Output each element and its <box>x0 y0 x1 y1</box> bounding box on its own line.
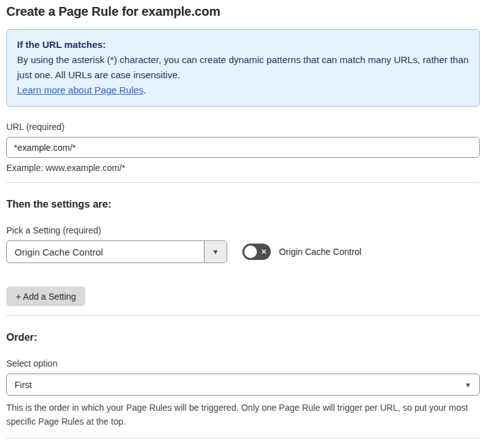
caret-down-icon: ▼ <box>465 381 471 389</box>
toggle-knob <box>244 245 257 258</box>
setting-picker-dropdown[interactable]: Origin Cache Control ▼ <box>6 240 227 263</box>
info-callout-link-line: Learn more about Page Rules. <box>17 83 469 98</box>
divider <box>6 315 480 316</box>
origin-cache-control-toggle[interactable]: ✕ <box>242 244 271 260</box>
learn-more-link[interactable]: Learn more about Page Rules <box>17 85 143 95</box>
caret-down-icon[interactable]: ▼ <box>204 241 227 262</box>
settings-section-heading: Then the settings are: <box>6 199 480 210</box>
divider <box>6 182 480 183</box>
pick-setting-label: Pick a Setting (required) <box>6 225 480 235</box>
order-section-heading: Order: <box>6 332 480 343</box>
setting-picker-value: Origin Cache Control <box>7 241 204 262</box>
setting-row: Origin Cache Control ▼ ✕ Origin Cache Co… <box>6 240 480 263</box>
url-match-info-callout: If the URL matches: By using the asteris… <box>6 29 480 107</box>
order-select-label: Select option <box>6 358 480 368</box>
divider <box>6 438 480 439</box>
toggle-label: Origin Cache Control <box>279 247 362 257</box>
order-select-value: First <box>15 380 32 390</box>
add-setting-button[interactable]: + Add a Setting <box>6 286 85 306</box>
create-page-rule-form: Create a Page Rule for example.com If th… <box>0 0 486 448</box>
page-title: Create a Page Rule for example.com <box>6 4 480 19</box>
order-select-dropdown[interactable]: First ▼ <box>6 374 480 396</box>
link-period: . <box>143 85 146 95</box>
x-icon: ✕ <box>261 248 267 256</box>
url-example-helper: Example: www.example.com/* <box>6 163 480 173</box>
url-input[interactable] <box>6 137 480 158</box>
url-field-label: URL (required) <box>6 122 480 132</box>
info-callout-body: By using the asterisk (*) character, you… <box>17 52 469 83</box>
order-helper-text: This is the order in which your Page Rul… <box>6 401 473 428</box>
info-callout-heading: If the URL matches: <box>17 37 469 52</box>
